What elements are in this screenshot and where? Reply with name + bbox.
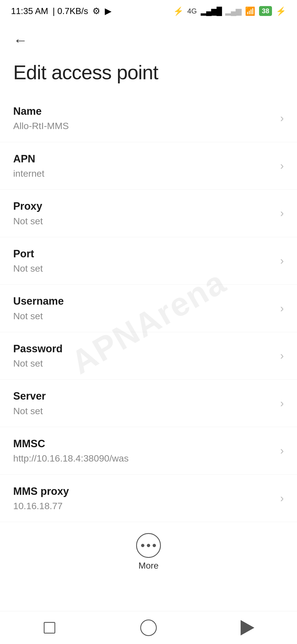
- back-button[interactable]: ←: [13, 33, 28, 47]
- settings-value-server: Not set: [13, 405, 275, 417]
- settings-value-mmsc: http://10.16.18.4:38090/was: [13, 452, 275, 464]
- settings-value-username: Not set: [13, 310, 275, 322]
- settings-list: Name Allo-RtI-MMS › APN internet › Proxy…: [0, 95, 297, 522]
- settings-item-name[interactable]: Name Allo-RtI-MMS ›: [0, 95, 297, 142]
- settings-label-port: Port: [13, 247, 275, 261]
- chevron-mms-proxy: ›: [280, 492, 284, 504]
- settings-label-name: Name: [13, 105, 275, 118]
- battery-display: 38: [259, 6, 272, 16]
- chevron-apn: ›: [280, 160, 284, 172]
- settings-value-port: Not set: [13, 262, 275, 274]
- chevron-proxy: ›: [280, 207, 284, 219]
- settings-label-password: Password: [13, 342, 275, 356]
- settings-item-password[interactable]: Password Not set ›: [0, 332, 297, 380]
- charging-icon: ⚡: [276, 6, 286, 16]
- status-right: ⚡ 4G ▂▄▆█ ▂▄▆ 📶 38 ⚡: [173, 6, 286, 16]
- settings-icon: ⚙: [92, 6, 100, 16]
- nav-home-icon: [140, 620, 157, 636]
- more-section: More: [0, 522, 297, 576]
- settings-label-mms-proxy: MMS proxy: [13, 485, 275, 498]
- settings-item-mms-proxy[interactable]: MMS proxy 10.16.18.77 ›: [0, 475, 297, 522]
- nav-bar: [0, 611, 297, 644]
- chevron-mmsc: ›: [280, 444, 284, 457]
- nav-back-icon: [241, 620, 254, 635]
- settings-label-proxy: Proxy: [13, 200, 275, 213]
- speed-display: | 0.7KB/s: [53, 6, 88, 16]
- settings-item-proxy[interactable]: Proxy Not set ›: [0, 190, 297, 237]
- settings-value-apn: internet: [13, 167, 275, 179]
- time-display: 11:35 AM: [11, 6, 48, 16]
- settings-label-apn: APN: [13, 152, 275, 166]
- settings-value-password: Not set: [13, 357, 275, 369]
- page-title: Edit access point: [0, 53, 297, 95]
- more-label: More: [139, 561, 159, 571]
- video-icon: ▶: [105, 6, 112, 16]
- signal-bars-icon: ▂▄▆█: [201, 7, 222, 16]
- more-icon: [136, 533, 161, 558]
- settings-value-name: Allo-RtI-MMS: [13, 120, 275, 132]
- nav-recent-icon: [44, 622, 55, 634]
- header: ←: [0, 22, 297, 53]
- more-button[interactable]: More: [136, 533, 161, 571]
- settings-value-mms-proxy: 10.16.18.77: [13, 500, 275, 512]
- settings-value-proxy: Not set: [13, 215, 275, 227]
- settings-label-server: Server: [13, 389, 275, 403]
- status-bar: 11:35 AM | 0.7KB/s ⚙ ▶ ⚡ 4G ▂▄▆█ ▂▄▆ 📶 3…: [0, 0, 297, 22]
- chevron-username: ›: [280, 302, 284, 315]
- wifi-icon: 📶: [245, 6, 255, 16]
- settings-item-server[interactable]: Server Not set ›: [0, 380, 297, 427]
- status-left: 11:35 AM | 0.7KB/s ⚙ ▶: [11, 6, 112, 16]
- chevron-port: ›: [280, 255, 284, 267]
- settings-item-port[interactable]: Port Not set ›: [0, 237, 297, 285]
- nav-home-button[interactable]: [135, 617, 162, 639]
- chevron-password: ›: [280, 350, 284, 362]
- settings-item-apn[interactable]: APN internet ›: [0, 142, 297, 190]
- signal-4g-icon: 4G: [187, 7, 197, 15]
- nav-recent-button[interactable]: [36, 617, 63, 639]
- settings-label-mmsc: MMSC: [13, 437, 275, 451]
- bluetooth-icon: ⚡: [173, 6, 183, 16]
- chevron-name: ›: [280, 112, 284, 124]
- settings-item-username[interactable]: Username Not set ›: [0, 285, 297, 332]
- signal-bars2-icon: ▂▄▆: [225, 7, 241, 16]
- nav-back-button[interactable]: [234, 617, 261, 639]
- chevron-server: ›: [280, 397, 284, 410]
- settings-item-mmsc[interactable]: MMSC http://10.16.18.4:38090/was ›: [0, 427, 297, 475]
- settings-label-username: Username: [13, 294, 275, 308]
